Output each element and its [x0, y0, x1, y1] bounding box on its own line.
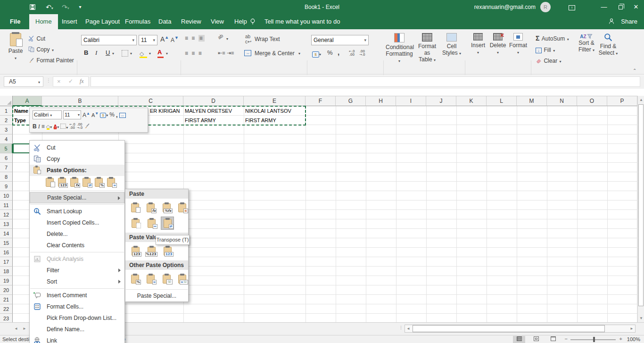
- mini-comma-button[interactable]: ,: [116, 111, 118, 118]
- mini-font-color-button[interactable]: A▾: [53, 124, 59, 129]
- submenu-keep-source-column-widths-icon[interactable]: ↔: [145, 217, 157, 229]
- mini-grow-font-button[interactable]: A▲: [83, 111, 90, 118]
- column-header-H[interactable]: H: [366, 96, 396, 106]
- mini-increase-decimal-button[interactable]: ←.0.00: [69, 123, 75, 130]
- mini-italic-button[interactable]: I: [38, 123, 40, 130]
- cut-button[interactable]: Cut: [28, 34, 45, 42]
- page-break-view-button[interactable]: [547, 336, 559, 343]
- column-header-J[interactable]: J: [426, 96, 456, 106]
- row-header-16[interactable]: 16: [0, 248, 13, 257]
- menu-item-clear-contents[interactable]: Clear Contents: [30, 240, 124, 251]
- row-header-3[interactable]: 3: [0, 125, 13, 134]
- name-box[interactable]: A5▾: [4, 76, 43, 87]
- menu-item-sort[interactable]: Sort: [30, 276, 124, 287]
- paste-option-formulas-icon[interactable]: fx: [70, 178, 78, 187]
- menu-item-copy[interactable]: Copy: [30, 153, 124, 165]
- share-button[interactable]: Share: [621, 14, 637, 29]
- comma-style-button[interactable]: ,: [338, 48, 339, 56]
- submenu-paste-icon[interactable]: [129, 201, 141, 214]
- page-layout-view-button[interactable]: [530, 336, 542, 343]
- paste-option-paste-icon[interactable]: [46, 178, 54, 187]
- mini-percent-button[interactable]: %: [109, 111, 115, 118]
- mini-shrink-font-button[interactable]: A▼: [91, 111, 99, 118]
- tell-me-box[interactable]: Tell me what you want to do: [258, 14, 346, 29]
- row-header-22[interactable]: 22: [0, 304, 13, 314]
- orientation-dropdown[interactable]: ▾: [226, 37, 228, 41]
- font-name-combo[interactable]: Calibri▾: [81, 35, 137, 45]
- hscroll-thumb[interactable]: [413, 325, 605, 332]
- row-header-2[interactable]: 2: [0, 116, 13, 125]
- tab-file[interactable]: File: [4, 14, 26, 29]
- row-header-10[interactable]: 10: [0, 191, 13, 201]
- row-header-6[interactable]: 6: [0, 153, 13, 163]
- column-header-F[interactable]: F: [305, 96, 336, 106]
- column-header-P[interactable]: P: [607, 96, 637, 106]
- submenu-values-icon[interactable]: 123: [129, 245, 141, 257]
- shrink-font-button[interactable]: A▼: [171, 35, 179, 43]
- menu-item-smart-lookup[interactable]: Smart Lookup: [30, 206, 124, 217]
- font-color-dropdown[interactable]: ▾: [166, 51, 168, 56]
- name-box-splitter[interactable]: ⋮: [46, 78, 51, 83]
- mini-format-painter-button[interactable]: [84, 122, 90, 131]
- select-all-button[interactable]: [0, 96, 13, 106]
- merge-center-button[interactable]: Merge & Center: [255, 50, 295, 57]
- menu-item-insert-copied-cells[interactable]: Insert Copied Cells...: [30, 217, 124, 228]
- menu-item-insert-comment[interactable]: Insert Comment: [30, 290, 124, 301]
- normal-view-button[interactable]: [513, 336, 525, 343]
- paste-option-values-icon[interactable]: 123: [58, 178, 66, 187]
- font-color-button[interactable]: A: [157, 49, 162, 56]
- borders-dropdown[interactable]: ▾: [130, 51, 132, 56]
- column-header-E[interactable]: E: [244, 96, 305, 106]
- zoom-out-button[interactable]: −: [565, 336, 568, 342]
- insert-cells-button[interactable]: Insert▾: [469, 33, 487, 55]
- menu-item-pick-from-dropdown[interactable]: Pick From Drop-down List...: [30, 312, 124, 324]
- paste-option-transpose-icon[interactable]: ⇄: [83, 178, 91, 187]
- delete-cells-button[interactable]: ✕ Delete▾: [488, 33, 507, 55]
- mini-decrease-decimal-button[interactable]: .00→.0: [77, 123, 83, 130]
- mini-font-size-combo[interactable]: 11 ▾: [63, 110, 81, 119]
- underline-button[interactable]: U: [106, 49, 110, 56]
- row-header-7[interactable]: 7: [0, 163, 13, 172]
- row-header-8[interactable]: 8: [0, 172, 13, 182]
- column-header-C[interactable]: C: [118, 96, 183, 106]
- hscroll-left-icon[interactable]: ◄: [406, 326, 410, 331]
- row-header-5[interactable]: 5: [0, 144, 13, 153]
- restore-button[interactable]: [612, 0, 628, 14]
- tab-data[interactable]: Data: [152, 14, 177, 29]
- account-email[interactable]: rexannuarin@gmail.com: [474, 0, 536, 14]
- clear-button[interactable]: Clear ▾: [536, 56, 561, 65]
- cell-styles-button[interactable]: CellStyles ▾: [440, 33, 463, 56]
- row-header-19[interactable]: 19: [0, 276, 13, 285]
- column-header-K[interactable]: K: [456, 96, 487, 106]
- row-header-13[interactable]: 13: [0, 219, 13, 229]
- sheet-prev-icon[interactable]: ◄: [14, 326, 18, 331]
- submenu-no-borders-icon[interactable]: [129, 217, 141, 229]
- zoom-in-button[interactable]: +: [619, 336, 622, 342]
- accounting-format-button[interactable]: $▾: [312, 49, 321, 58]
- column-header-A[interactable]: A: [13, 96, 42, 106]
- horizontal-align-icons[interactable]: ≡ ≡ ≡: [185, 50, 203, 57]
- paste-option-formatting-icon[interactable]: %: [95, 178, 103, 187]
- column-header-G[interactable]: G: [336, 96, 366, 106]
- submenu-paste-special[interactable]: Paste Special...: [125, 291, 188, 301]
- mini-bold-button[interactable]: B: [33, 123, 37, 130]
- minimize-button[interactable]: —: [596, 0, 612, 14]
- menu-item-define-name[interactable]: Define Name...: [30, 324, 124, 335]
- sheet-next-icon[interactable]: ►: [23, 326, 26, 331]
- submenu-formulas-icon[interactable]: fx: [145, 201, 157, 214]
- mini-font-name-combo[interactable]: Calibri ▾: [33, 110, 62, 119]
- tab-view[interactable]: View: [205, 14, 230, 29]
- fill-color-dropdown[interactable]: ▾: [149, 51, 151, 56]
- submenu-transpose-icon[interactable]: ⇄: [161, 217, 173, 229]
- find-select-button[interactable]: Find &Select ▾: [598, 33, 619, 56]
- orientation-icon[interactable]: ab: [217, 33, 224, 40]
- enter-icon[interactable]: ✓: [68, 78, 73, 84]
- menu-item-filter[interactable]: Filter: [30, 265, 124, 276]
- mini-borders-button[interactable]: ▾: [60, 124, 68, 130]
- collapse-ribbon-button[interactable]: ⌃: [633, 68, 636, 73]
- submenu-paste-link-icon[interactable]: ∞: [145, 273, 157, 285]
- sort-filter-button[interactable]: AZ Sort &Filter ▾: [576, 33, 597, 53]
- row-header-23[interactable]: 23: [0, 314, 13, 323]
- menu-item-link[interactable]: Link: [30, 335, 124, 343]
- row-header-18[interactable]: 18: [0, 267, 13, 276]
